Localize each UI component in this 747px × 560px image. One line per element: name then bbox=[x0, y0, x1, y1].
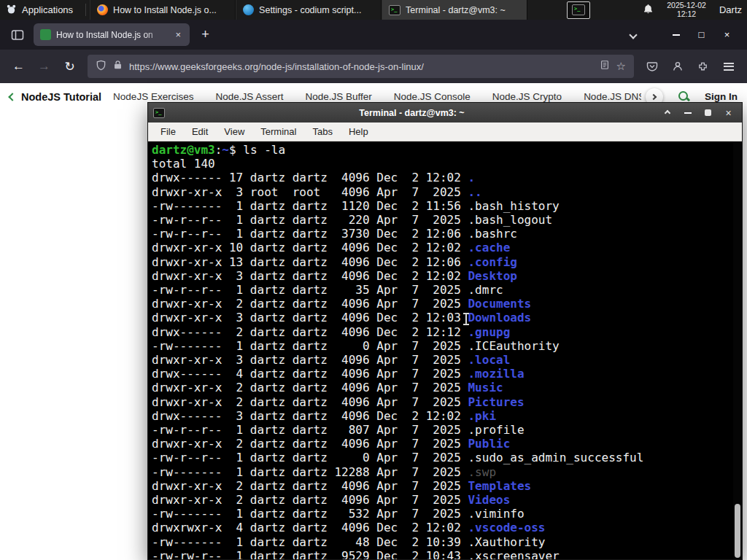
menu-help[interactable]: Help bbox=[341, 124, 376, 139]
panel-status-area: 2025-12-02 12:12 Dartz bbox=[643, 0, 747, 20]
top-panel: Applications How to Install Node.js o...… bbox=[0, 0, 747, 20]
taskbar-button-label: Settings - codium script... bbox=[259, 5, 361, 15]
maximize-button[interactable] bbox=[700, 105, 716, 120]
site-nav-link[interactable]: Node.JS Crypto bbox=[492, 91, 562, 102]
tray-terminal-icon[interactable] bbox=[567, 1, 590, 19]
menu-edit[interactable]: Edit bbox=[185, 124, 215, 139]
terminal-line: drwxr-xr-x 2 dartz dartz 4096 Apr 7 2025… bbox=[152, 395, 732, 409]
close-button[interactable]: × bbox=[714, 24, 740, 46]
scrollbar-thumb[interactable] bbox=[735, 504, 740, 558]
close-button[interactable]: × bbox=[720, 105, 737, 120]
terminal-line: -rw-r--r-- 1 dartz dartz 807 Apr 7 2025 … bbox=[152, 423, 732, 437]
panel-clock[interactable]: 2025-12-02 12:12 bbox=[667, 1, 706, 18]
tab-strip: How to Install Node.js on × + □ × bbox=[0, 20, 747, 50]
reader-mode-icon[interactable] bbox=[600, 60, 610, 73]
tab-title: How to Install Node.js on bbox=[56, 30, 168, 40]
taskbar-button[interactable]: How to Install Node.js o... bbox=[90, 0, 236, 20]
taskbar-button[interactable]: Terminal - dartz@vm3: ~ bbox=[382, 0, 527, 20]
search-icon[interactable] bbox=[678, 90, 690, 103]
terminal-window: Terminal - dartz@vm3: ~ × FileEditViewTe… bbox=[147, 102, 743, 560]
minimize-button[interactable] bbox=[679, 105, 696, 120]
browser-toolbar: ← → ↻ https://www.geeksforgeeks.org/node… bbox=[0, 50, 747, 83]
tab-close-icon[interactable]: × bbox=[173, 28, 183, 41]
window-taskbar: How to Install Node.js o...Settings - co… bbox=[90, 0, 527, 20]
site-nav-link[interactable]: Node.JS DNS bbox=[584, 91, 641, 102]
terminal-lines: dartz@vm3:~$ ls -latotal 140drwx------ 1… bbox=[152, 143, 732, 559]
menu-icon[interactable] bbox=[716, 55, 740, 78]
taskbar-button[interactable]: Settings - codium script... bbox=[236, 0, 382, 20]
applications-label: Applications bbox=[22, 4, 73, 15]
panel-user-label: Dartz bbox=[719, 4, 742, 15]
terminal-line: drwxr-xr-x 3 dartz dartz 4096 Dec 2 12:0… bbox=[152, 269, 732, 283]
terminal-line: drwxr-xr-x 10 dartz dartz 4096 Dec 2 12:… bbox=[152, 241, 732, 254]
site-nav-link[interactable]: NodeJS Exercises bbox=[113, 91, 193, 102]
terminal-line: -rw-r--r-- 1 dartz dartz 3730 Dec 2 12:0… bbox=[152, 227, 732, 241]
pocket-icon[interactable] bbox=[640, 55, 664, 78]
terminal-line: -rw-rw-r-- 1 dartz dartz 9529 Dec 2 10:4… bbox=[152, 549, 732, 559]
terminal-line: drwxr-xr-x 3 dartz dartz 4096 Apr 7 2025… bbox=[152, 353, 732, 367]
terminal-line: -rw------- 1 dartz dartz 48 Dec 2 10:39 … bbox=[152, 535, 732, 549]
url-bar[interactable]: https://www.geeksforgeeks.org/node-js/in… bbox=[88, 55, 634, 78]
extensions-icon[interactable] bbox=[691, 55, 715, 78]
terminal-icon bbox=[572, 4, 585, 15]
terminal-line: drwx------ 4 dartz dartz 4096 Apr 7 2025… bbox=[152, 367, 732, 381]
maximize-button[interactable]: □ bbox=[689, 24, 714, 46]
forward-button[interactable]: → bbox=[32, 55, 56, 78]
site-nav-link[interactable]: Node.JS Console bbox=[394, 91, 471, 102]
shade-button[interactable] bbox=[659, 105, 676, 120]
menu-tabs[interactable]: Tabs bbox=[305, 124, 339, 139]
terminal-icon bbox=[389, 5, 400, 15]
clock-date: 2025-12-02 bbox=[667, 1, 706, 10]
window-controls: □ × bbox=[622, 24, 740, 46]
terminal-line: drwxrwxr-x 4 dartz dartz 4096 Dec 2 12:0… bbox=[152, 521, 732, 534]
site-nav-link[interactable]: Node.JS Assert bbox=[215, 91, 283, 102]
terminal-line: drwxr-xr-x 13 dartz dartz 4096 Dec 2 12:… bbox=[152, 255, 732, 269]
menu-terminal[interactable]: Terminal bbox=[253, 124, 303, 139]
terminal-output[interactable]: dartz@vm3:~$ ls -latotal 140drwx------ 1… bbox=[148, 141, 742, 559]
taskbar-button-label: How to Install Node.js o... bbox=[113, 5, 217, 15]
new-tab-button[interactable]: + bbox=[196, 25, 215, 44]
terminal-title: Terminal - dartz@vm3: ~ bbox=[169, 108, 655, 118]
terminal-line: drwxr-xr-x 2 dartz dartz 4096 Apr 7 2025… bbox=[152, 437, 732, 451]
terminal-line: -rw-r--r-- 1 dartz dartz 220 Apr 7 2025 … bbox=[152, 213, 732, 227]
terminal-scrollbar[interactable] bbox=[733, 141, 742, 559]
firefox-view-icon[interactable] bbox=[7, 25, 28, 45]
site-nav-link[interactable]: Node.JS Buffer bbox=[305, 91, 371, 102]
clock-time: 12:12 bbox=[677, 10, 696, 19]
terminal-line: -rw-r--r-- 1 dartz dartz 0 Apr 7 2025 .s… bbox=[152, 451, 732, 464]
terminal-icon bbox=[153, 108, 165, 118]
terminal-menu-bar: FileEditViewTerminalTabsHelp bbox=[148, 122, 742, 141]
back-button[interactable]: ← bbox=[7, 55, 31, 78]
menu-file[interactable]: File bbox=[153, 124, 183, 139]
terminal-line: drwxr-xr-x 2 dartz dartz 4096 Apr 7 2025… bbox=[152, 381, 732, 394]
terminal-line: -rw------- 1 dartz dartz 12288 Apr 7 202… bbox=[152, 465, 732, 479]
site-nav-title[interactable]: NodeJS Tutorial bbox=[21, 91, 101, 103]
panel-separator bbox=[85, 4, 86, 16]
terminal-line: -rw------- 1 dartz dartz 1120 Dec 2 11:5… bbox=[152, 199, 732, 213]
sign-in-button[interactable]: Sign In bbox=[705, 91, 738, 102]
account-icon[interactable] bbox=[665, 55, 689, 78]
bookmark-star-icon[interactable]: ☆ bbox=[616, 60, 626, 73]
applications-icon bbox=[6, 4, 17, 17]
site-nav-links: NodeJS ExercisesNode.JS AssertNode.JS Bu… bbox=[113, 91, 641, 102]
taskbar-button-label: Terminal - dartz@vm3: ~ bbox=[406, 5, 506, 15]
notification-bell-icon[interactable] bbox=[643, 3, 654, 17]
tracking-shield-icon[interactable] bbox=[96, 60, 107, 74]
terminal-line: -rw-r--r-- 1 dartz dartz 35 Apr 7 2025 .… bbox=[152, 283, 732, 297]
codium-icon bbox=[243, 4, 254, 15]
applications-menu-button[interactable]: Applications bbox=[0, 0, 82, 20]
browser-tab[interactable]: How to Install Node.js on × bbox=[34, 23, 190, 46]
nav-back-chevron-icon[interactable] bbox=[8, 93, 16, 101]
lock-icon[interactable] bbox=[113, 60, 123, 73]
terminal-line: drwx------ 3 dartz dartz 4096 Dec 2 12:0… bbox=[152, 409, 732, 423]
terminal-title-bar[interactable]: Terminal - dartz@vm3: ~ × bbox=[148, 103, 742, 122]
url-text[interactable]: https://www.geeksforgeeks.org/node-js/in… bbox=[129, 61, 593, 72]
terminal-line: drwxr-xr-x 3 dartz dartz 4096 Dec 2 12:0… bbox=[152, 311, 732, 324]
tab-favicon bbox=[40, 29, 51, 40]
list-tabs-icon[interactable] bbox=[622, 25, 644, 45]
terminal-line: drwxr-xr-x 2 dartz dartz 4096 Apr 7 2025… bbox=[152, 493, 732, 507]
minimize-button[interactable] bbox=[663, 24, 689, 46]
terminal-line: drwxr-xr-x 2 dartz dartz 4096 Apr 7 2025… bbox=[152, 297, 732, 311]
menu-view[interactable]: View bbox=[217, 124, 252, 139]
reload-button[interactable]: ↻ bbox=[58, 55, 82, 78]
